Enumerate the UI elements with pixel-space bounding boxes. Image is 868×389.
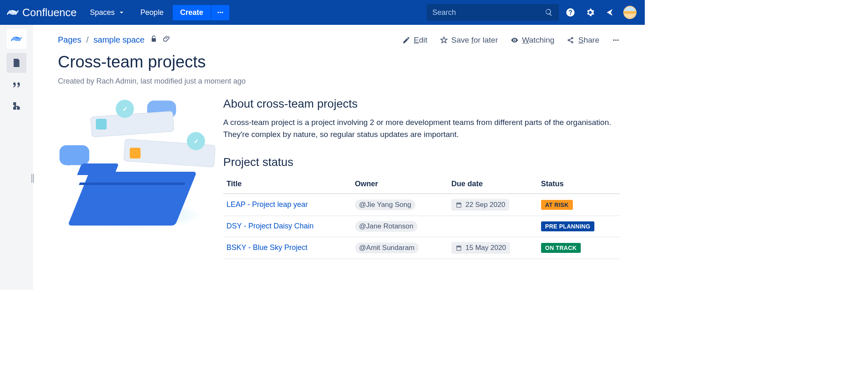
col-title: Title <box>223 175 352 194</box>
ellipsis-icon <box>216 8 224 17</box>
project-status-heading: Project status <box>223 156 620 169</box>
share-button[interactable]: Share <box>567 36 599 45</box>
eye-icon <box>510 36 519 44</box>
table-row: DSY - Project Daisy Chain@Jane RotansonP… <box>223 216 620 237</box>
notification-icon <box>605 7 615 17</box>
status-badge: AT RISK <box>541 200 573 210</box>
project-title-link[interactable]: BSKY - Blue Sky Project <box>227 243 308 252</box>
search-box[interactable] <box>427 4 559 21</box>
owner-mention[interactable]: @Amit Sundaram <box>355 243 419 253</box>
brand-label: Confluence <box>22 6 77 19</box>
page-byline: Created by Rach Admin, last modified jus… <box>58 77 620 86</box>
chevron-down-icon <box>117 8 126 17</box>
table-row: BSKY - Blue Sky Project@Amit Sundaram15 … <box>223 237 620 259</box>
attachments-button[interactable] <box>163 35 171 45</box>
owner-mention[interactable]: @Jie Yang Song <box>355 199 415 210</box>
watching-button[interactable]: Watching <box>510 36 555 45</box>
breadcrumb-space[interactable]: sample space <box>93 35 144 45</box>
star-icon <box>440 36 448 44</box>
sidebar-space-home[interactable] <box>7 29 26 49</box>
create-button-label: Create <box>180 8 203 17</box>
svg-point-2 <box>222 12 223 13</box>
status-badge: PRE PLANNING <box>541 221 594 231</box>
svg-point-3 <box>514 39 515 41</box>
page-content: Pages / sample space Edit Save for later <box>33 25 645 290</box>
breadcrumb-sep: / <box>86 35 89 45</box>
col-owner: Owner <box>352 175 448 194</box>
sidebar-blog[interactable] <box>7 74 26 94</box>
attachment-icon <box>163 35 171 43</box>
sidebar-pages[interactable] <box>7 53 26 73</box>
svg-point-4 <box>613 39 614 41</box>
help-icon <box>565 7 575 17</box>
project-title-link[interactable]: LEAP - Project leap year <box>227 200 308 209</box>
page-title: Cross-team projects <box>58 53 620 71</box>
svg-point-6 <box>617 39 618 41</box>
hero-illustration: ✓ ✓ <box>58 97 207 221</box>
status-badge: ON TRACK <box>541 243 581 253</box>
sidebar-tree[interactable] <box>7 96 26 116</box>
save-for-later-button[interactable]: Save for later <box>440 36 498 45</box>
breadcrumb: Pages / sample space <box>58 35 171 45</box>
notifications-button[interactable] <box>602 4 618 21</box>
breadcrumb-pages[interactable]: Pages <box>58 35 81 45</box>
gear-icon <box>585 7 595 17</box>
table-row: LEAP - Project leap year@Jie Yang Song22… <box>223 194 620 216</box>
col-due: Due date <box>448 175 538 194</box>
tree-icon <box>12 101 21 111</box>
col-status: Status <box>538 175 620 194</box>
create-button[interactable]: Create <box>173 5 211 20</box>
edit-button[interactable]: Edit <box>402 36 427 45</box>
search-icon <box>545 8 553 17</box>
nav-spaces-label: Spaces <box>90 8 115 17</box>
search-input[interactable] <box>432 8 545 17</box>
nav-spaces[interactable]: Spaces <box>84 5 131 20</box>
nav-people-label: People <box>141 8 164 17</box>
brand[interactable]: Confluence <box>7 6 81 19</box>
ellipsis-icon <box>612 36 620 44</box>
create-more-button[interactable] <box>211 5 229 20</box>
top-nav: Confluence Spaces People Create <box>0 0 645 25</box>
page-actions: Edit Save for later Watching Share <box>402 36 620 45</box>
help-button[interactable] <box>562 4 579 21</box>
svg-point-1 <box>219 12 221 13</box>
nav-people[interactable]: People <box>135 5 169 20</box>
svg-point-0 <box>217 12 219 13</box>
due-date-chip[interactable]: 22 Sep 2020 <box>451 199 509 211</box>
calendar-icon <box>455 245 462 251</box>
sidebar-resize-handle[interactable] <box>31 174 35 183</box>
share-icon <box>567 36 575 44</box>
about-heading: About cross-team projects <box>223 97 620 110</box>
about-text: A cross-team project is a project involv… <box>223 116 620 141</box>
more-actions-button[interactable] <box>612 36 620 44</box>
pencil-icon <box>402 36 410 44</box>
unlock-icon <box>150 35 158 43</box>
project-title-link[interactable]: DSY - Project Daisy Chain <box>227 222 314 230</box>
quote-icon <box>12 79 21 89</box>
calendar-icon <box>455 202 462 208</box>
restrictions-button[interactable] <box>150 35 158 45</box>
page-icon <box>12 58 21 68</box>
confluence-logo-icon <box>7 6 19 19</box>
profile-button[interactable] <box>622 4 638 21</box>
sidebar <box>0 25 33 290</box>
svg-point-5 <box>615 39 616 41</box>
settings-button[interactable] <box>582 4 599 21</box>
confluence-mark-icon <box>11 33 22 45</box>
owner-mention[interactable]: @Jane Rotanson <box>355 221 418 232</box>
due-date-chip[interactable]: 15 May 2020 <box>451 242 510 254</box>
avatar-icon <box>623 6 637 19</box>
project-status-table: Title Owner Due date Status LEAP - Proje… <box>223 175 620 259</box>
